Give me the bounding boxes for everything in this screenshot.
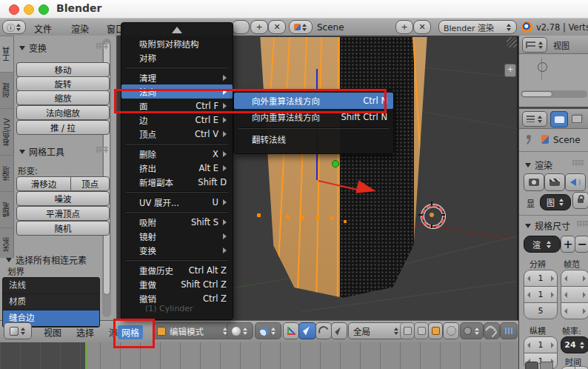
delete-scene-button[interactable]: ✕ <box>413 20 431 34</box>
display-dropdown[interactable]: 图 <box>540 194 571 210</box>
panel-header-select-linked[interactable]: 选择所有相连元素 <box>6 253 87 266</box>
menuitem-uv-unwrap[interactable]: UV 展开...U <box>121 195 233 209</box>
scale-manipulator-button[interactable] <box>331 322 347 339</box>
edge-select-button[interactable] <box>414 322 429 339</box>
menuitem-vertices[interactable]: 顶点Ctrl V <box>121 127 233 141</box>
panel-header-render[interactable]: 渲染 <box>525 159 552 171</box>
add-layout-button[interactable]: + <box>250 20 268 34</box>
panel-header-mesh-tools[interactable]: 网格工具 <box>19 145 64 158</box>
translate-button[interactable]: 移动 <box>16 62 110 77</box>
shrink-fatten-button[interactable]: 法向缩放 <box>16 105 110 120</box>
add-preset-button[interactable]: + <box>561 236 575 253</box>
menuitem-extrude[interactable]: 挤出Alt E <box>121 161 233 175</box>
menuitem-flip-normals[interactable]: 翻转法线 <box>234 131 393 147</box>
tab-options[interactable]: 选项 <box>0 155 13 191</box>
time-right-button[interactable] <box>575 366 588 369</box>
manipulator-toggle-button[interactable] <box>283 322 299 339</box>
menu-scroll-up[interactable] <box>121 24 233 36</box>
vertex-dot[interactable] <box>257 213 261 217</box>
aspect-x-stepper[interactable]: 1 <box>524 336 558 353</box>
frame-start-stepper[interactable] <box>561 270 588 287</box>
border-toggle[interactable] <box>525 362 538 369</box>
menuitem-snap[interactable]: 吸附Shift S <box>121 215 233 229</box>
scrollbar-thumb[interactable] <box>521 91 552 97</box>
scene-name-field[interactable]: Scene <box>317 22 344 33</box>
render-preset-dropdown[interactable]: 渲 <box>524 236 561 253</box>
editor-type-properties-button[interactable] <box>522 111 547 127</box>
panel-header-transform[interactable]: 变换 <box>19 41 47 54</box>
edge-slide-button[interactable]: 滑移边 <box>16 176 71 191</box>
screen-layout-selector[interactable] <box>232 20 250 34</box>
editor-type-outliner-button[interactable] <box>522 37 547 53</box>
render-audio-button[interactable]: ) <box>565 173 586 191</box>
panel-grip-icon[interactable] <box>96 43 108 49</box>
vertex-dot[interactable] <box>330 216 334 220</box>
open-region-plus-button[interactable]: + <box>504 64 516 77</box>
framerate-dropdown[interactable]: 24 <box>561 336 588 353</box>
cylinder-mesh[interactable] <box>249 37 438 298</box>
noise-button[interactable]: 噪波 <box>16 191 110 206</box>
panel-grip-icon[interactable] <box>572 160 584 166</box>
menuitem-mirror[interactable]: 镜射 <box>121 229 233 243</box>
rotate-manipulator-button[interactable] <box>315 322 332 339</box>
crop-toggle[interactable] <box>540 362 553 369</box>
smooth-vertex-button[interactable]: 平滑顶点 <box>16 206 110 221</box>
menuitem-edges[interactable]: 边Ctrl E <box>121 113 233 127</box>
tab-tools[interactable]: 工具 <box>0 36 13 72</box>
minimize-window-button[interactable] <box>24 4 34 15</box>
vertex-select-button[interactable] <box>400 322 415 339</box>
menu-file[interactable]: 文件 <box>31 21 55 36</box>
proportional-edit-dropdown[interactable] <box>500 322 518 339</box>
orientation-dropdown[interactable]: 全局 <box>348 322 404 339</box>
panel-grip-icon[interactable] <box>96 147 108 153</box>
close-window-button[interactable] <box>9 4 19 15</box>
pin-icon[interactable] <box>525 135 532 145</box>
timeline[interactable] <box>0 342 518 369</box>
vertex-dot[interactable] <box>315 216 319 220</box>
close-layout-button[interactable]: ✕ <box>268 20 286 34</box>
menuitem-undo-history[interactable]: 重做历史Ctrl Alt Z <box>121 263 233 277</box>
rotate-button[interactable]: 旋转 <box>16 76 110 91</box>
menuitem-delete[interactable]: 删除X <box>121 147 233 161</box>
render-animation-button[interactable] <box>544 173 565 191</box>
push-pull-button[interactable]: 推 / 拉 <box>16 120 110 135</box>
frame-end-stepper[interactable] <box>561 286 588 303</box>
vertex-dot[interactable] <box>301 216 304 219</box>
render-engine-dropdown[interactable]: Blender 渲染 <box>438 20 517 34</box>
menuitem-snap-to-symmetry[interactable]: 吸附到对称结构 <box>121 36 233 50</box>
lock-interface-button[interactable] <box>572 192 588 209</box>
menuitem-cleanup[interactable]: 清理 <box>121 70 233 84</box>
menuitem-duplicate[interactable]: 新增副本Shift D <box>121 175 233 189</box>
render-still-button[interactable] <box>524 173 544 191</box>
panel-grip-icon[interactable] <box>577 221 588 227</box>
list-item-material[interactable]: 材质 <box>3 294 99 310</box>
tab-create[interactable]: 创建 <box>0 72 13 108</box>
add-scene-button[interactable]: + <box>395 20 413 34</box>
vertex-dot[interactable] <box>344 220 347 223</box>
menuitem-redo[interactable]: 重做Shift Ctrl Z <box>121 277 233 291</box>
outliner-tree-item[interactable] <box>538 62 547 72</box>
randomize-button[interactable]: 随机 <box>16 221 110 236</box>
menuitem-symmetrize[interactable]: 对称 <box>121 50 233 64</box>
tab-render-properties[interactable] <box>550 111 568 127</box>
shading-dropdown[interactable] <box>227 322 253 339</box>
area-corner-grip[interactable] <box>507 37 517 47</box>
snap-element-dropdown[interactable] <box>460 322 484 339</box>
list-item-normal[interactable]: 法线 <box>3 278 99 294</box>
panel-header-dimensions[interactable]: 规格尺寸 <box>525 219 570 232</box>
remove-preset-button[interactable]: − <box>575 236 588 253</box>
editor-type-button[interactable]: ⓘ <box>2 20 26 34</box>
area-corner-grip[interactable] <box>489 329 499 339</box>
scale-button[interactable]: 缩放 <box>16 90 110 105</box>
tab-grease-pencil[interactable]: 蜡笔 <box>0 191 13 227</box>
translate-manipulator-button[interactable] <box>298 322 316 339</box>
resolution-y-stepper[interactable]: 1 <box>524 286 558 303</box>
manipulator-y-handle[interactable] <box>332 160 339 167</box>
vertex-slide-button[interactable]: 顶点 <box>70 176 110 191</box>
resolution-x-stepper[interactable]: 1 <box>524 270 558 287</box>
zoom-window-button[interactable] <box>39 4 49 15</box>
timeline-playhead[interactable] <box>85 342 87 369</box>
pivot-dropdown[interactable] <box>255 322 281 339</box>
limit-to-visible-button[interactable] <box>443 322 459 339</box>
frame-step-stepper[interactable] <box>561 302 588 319</box>
